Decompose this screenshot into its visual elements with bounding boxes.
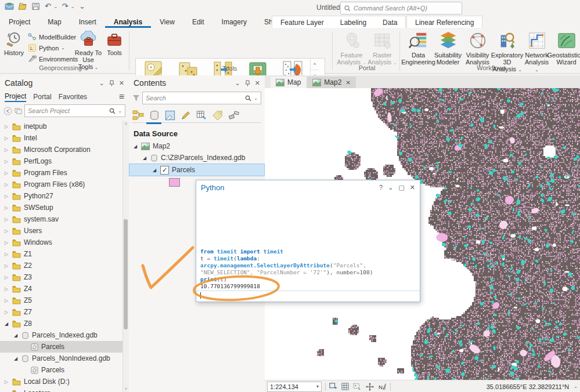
chevron-down-icon[interactable]: ⌄ — [574, 384, 578, 389]
catalog-tab-project[interactable]: Project — [5, 92, 26, 102]
geostatistical-wizard-button[interactable]: Geostatistical Wizard — [552, 29, 580, 66]
ribbon-tab-imagery[interactable]: Imagery — [213, 17, 255, 28]
expand-icon[interactable]: ▷ — [3, 263, 9, 268]
list-selection-icon[interactable] — [165, 110, 175, 121]
search-icon[interactable] — [109, 108, 116, 114]
tree-item-windows[interactable]: ▷Windows — [0, 237, 123, 248]
expand-icon[interactable]: ▷ — [3, 170, 9, 176]
ribbon-tab-linear-referencing[interactable]: Linear Referencing — [407, 17, 482, 28]
help-icon[interactable]: ? — [379, 184, 383, 191]
tree-item-microsoft-corporation[interactable]: ▷Microsoft Corporation — [0, 144, 123, 155]
tree-item-z1[interactable]: ▷Z1 — [0, 248, 123, 260]
list-drawing-order-icon[interactable] — [132, 110, 144, 121]
list-editing-icon[interactable] — [181, 110, 191, 121]
modelbuilder-button[interactable]: ModelBuilder — [28, 31, 74, 42]
expand-icon[interactable]: ▷ — [3, 194, 9, 199]
chevron-down-icon[interactable]: ⌄ — [388, 184, 393, 191]
raster-analysis-button[interactable]: Raster Analysis ⌄ — [368, 29, 397, 67]
tree-item-parcels-nonindexed-gdb[interactable]: ◢Parcels_NonIndexed.gdb — [0, 353, 123, 364]
map-tab-map2[interactable]: Map2✕ — [307, 77, 355, 88]
expand-icon[interactable]: ▷ — [3, 275, 9, 280]
tree-item-z7[interactable]: ▷Z7 — [0, 306, 123, 318]
tree-item-locators[interactable]: ▷Locators — [0, 387, 123, 392]
tree-item-python27[interactable]: ▷Python27 — [0, 190, 123, 202]
expand-icon[interactable]: ▷ — [3, 379, 9, 384]
sync-icon[interactable] — [15, 107, 22, 114]
customize-qat-icon[interactable]: ⌄ — [79, 2, 85, 10]
tree-item-parcels-indexed-gdb[interactable]: ◢Parcels_Indexed.gdb — [0, 329, 123, 341]
expand-icon[interactable]: ▷ — [3, 182, 9, 187]
tree-item-parcels[interactable]: Parcels — [0, 364, 123, 376]
expand-icon[interactable]: ▷ — [3, 228, 9, 234]
environments-button[interactable]: Environments — [28, 53, 74, 64]
tree-item-c-z8-parcels-indexed-gdb[interactable]: ◢C:\Z8\Parcels_Indexed.gdb — [129, 152, 265, 164]
chevron-down-icon[interactable]: ⌄ — [99, 79, 105, 87]
expand-icon[interactable]: ▷ — [3, 159, 9, 164]
suitability-modeler-button[interactable]: Suitability Modeler — [434, 29, 462, 66]
pin-icon[interactable] — [245, 80, 250, 86]
tree-item-perflogs[interactable]: ▷PerfLogs — [0, 155, 123, 167]
ribbon-tab-edit[interactable]: Edit — [183, 17, 213, 28]
tree-item-z3[interactable]: ▷Z3 — [0, 271, 123, 283]
window-add-icon[interactable] — [329, 383, 337, 390]
collapse-icon[interactable]: ◢ — [152, 168, 157, 173]
python-window[interactable]: Python ? ⌄ ▢ ✕ from timeit import timeit… — [196, 180, 420, 302]
back-icon[interactable] — [3, 107, 12, 115]
contents-search-input[interactable]: Search ⌄ — [142, 92, 261, 104]
python-prompt[interactable] — [196, 291, 420, 302]
tree-item-z2[interactable]: ▷Z2 — [0, 260, 123, 271]
list-new-table-icon[interactable] — [196, 110, 207, 121]
tree-item-local-disk-d[interactable]: ▷Local Disk (D:) — [0, 376, 123, 387]
ribbon-tab-project[interactable]: Project — [0, 17, 39, 28]
ribbon-tab-map[interactable]: Map — [39, 17, 70, 28]
close-icon[interactable]: ✕ — [255, 79, 260, 87]
chevron-down-icon[interactable]: ⌄ — [254, 96, 258, 101]
expand-icon[interactable]: ▷ — [3, 286, 9, 292]
close-icon[interactable]: ✕ — [345, 79, 350, 86]
expand-icon[interactable]: ▷ — [3, 240, 9, 245]
tree-item-parcels[interactable]: Parcels — [0, 341, 123, 353]
tree-item-program-files[interactable]: ▷Program Files — [0, 167, 123, 179]
catalog-tab-portal[interactable]: Portal — [33, 93, 51, 101]
exploratory-3d-analysis-button[interactable]: Exploratory 3D Analysis ⌄ — [493, 29, 521, 74]
collapse-icon[interactable]: ◢ — [142, 155, 147, 161]
chevron-down-icon[interactable]: ⌄ — [235, 79, 240, 87]
tree-item-system-sav[interactable]: ▷system.sav — [0, 213, 123, 225]
close-icon[interactable]: ✕ — [119, 79, 124, 87]
collapse-icon[interactable]: ◢ — [3, 321, 9, 326]
tree-item-parcels[interactable]: ◢✓Parcels — [129, 164, 265, 176]
tree-item-intel[interactable]: ▷Intel — [0, 132, 123, 144]
pin-icon[interactable] — [109, 80, 114, 86]
expand-icon[interactable]: ▷ — [3, 136, 9, 141]
tree-item-z5[interactable]: ▷Z5 — [0, 295, 123, 306]
tree-item-inetpub[interactable]: ▷inetpub — [0, 121, 123, 132]
ribbon-tab-labeling[interactable]: Labeling — [332, 17, 374, 28]
ribbon-tab-analysis[interactable]: Analysis — [105, 17, 151, 28]
python-window-titlebar[interactable]: Python ? ⌄ ▢ ✕ — [196, 180, 420, 194]
python-button[interactable]: LPython⌄ — [28, 42, 74, 53]
expand-icon[interactable]: ▷ — [3, 217, 9, 222]
graticule-icon[interactable] — [353, 383, 362, 390]
menu-icon[interactable]: ≡ — [119, 92, 124, 102]
catalog-tab-favorites[interactable]: Favorites — [59, 93, 87, 101]
chevron-down-icon[interactable]: ⌄ — [118, 108, 122, 114]
expand-icon[interactable]: ▷ — [3, 298, 9, 303]
tree-item-users[interactable]: ▷Users — [0, 225, 123, 237]
expand-icon[interactable]: ▷ — [3, 310, 9, 315]
tree-item-swsetup[interactable]: ▷SWSetup — [0, 202, 123, 213]
ribbon-tab-feature-layer[interactable]: Feature Layer — [272, 17, 332, 28]
ribbon-tab-insert[interactable]: Insert — [70, 17, 105, 28]
expand-icon[interactable]: ▷ — [3, 205, 9, 210]
chevron-down-icon[interactable]: ⌄ — [70, 3, 75, 9]
tree-item-z4[interactable]: ▷Z4 — [0, 283, 123, 295]
crosshair-icon[interactable] — [366, 383, 374, 391]
symbology-swatch[interactable] — [169, 178, 180, 187]
list-labeling-icon[interactable] — [212, 110, 223, 121]
new-project-icon[interactable] — [5, 2, 14, 10]
grid-icon[interactable] — [341, 383, 349, 390]
close-icon[interactable]: ✕ — [410, 184, 415, 191]
ribbon-tab-view[interactable]: View — [151, 17, 183, 28]
catalog-search-input[interactable]: Search Project ⌄ — [24, 104, 125, 117]
collapse-icon[interactable]: ◢ — [13, 356, 19, 361]
filter-icon[interactable] — [132, 95, 140, 101]
